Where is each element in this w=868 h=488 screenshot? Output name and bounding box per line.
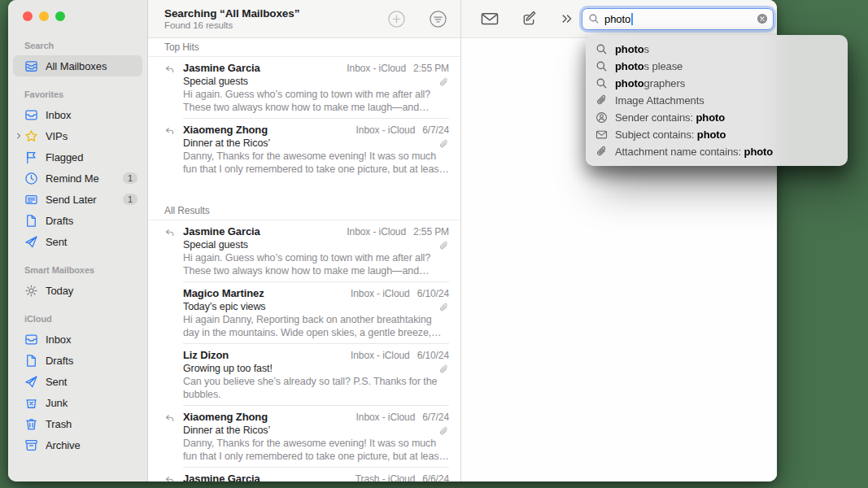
search-suggestion-item[interactable]: Sender contains: photo <box>586 109 848 126</box>
sidebar-item-label: Sent <box>46 376 137 388</box>
clock-icon <box>24 172 38 185</box>
sidebar-item-label: Inbox <box>46 333 137 346</box>
email-subject: Growing up too fast! <box>183 363 438 374</box>
email-date: 6/7/24 <box>422 124 449 136</box>
sidebar: Search All Mailboxes Favorites Inbox VIP… <box>8 0 148 481</box>
sidebar-item-label: Flagged <box>46 151 137 163</box>
search-suggestion-item[interactable]: photos please <box>586 58 848 75</box>
minimize-window-button[interactable] <box>39 11 49 21</box>
all-mailboxes-icon <box>24 59 38 73</box>
filter-button[interactable] <box>429 10 447 28</box>
email-list-item[interactable]: Xiaomeng Zhong Inbox - iCloud 6/7/24 Din… <box>148 406 460 468</box>
paperclip-icon <box>438 364 449 374</box>
sidebar-item-flagged[interactable]: Flagged <box>13 146 142 168</box>
email-subject: Special guests <box>183 239 438 251</box>
inbox-icon <box>24 333 38 346</box>
email-list-item[interactable]: Magico Martinez Inbox - iCloud 6/10/24 T… <box>148 282 460 344</box>
sidebar-section: Search All Mailboxes <box>8 41 147 76</box>
email-sender: Jasmine Garcia <box>183 62 347 74</box>
gear-icon <box>24 284 38 298</box>
email-subject: Dinner at the Ricos’ <box>183 425 438 436</box>
sidebar-section-label: iCloud <box>8 314 147 329</box>
sidebar-item-sent[interactable]: Sent <box>13 231 142 252</box>
sidebar-item-label: All Mailboxes <box>46 60 137 72</box>
reply-arrow-icon <box>164 473 176 481</box>
send-later-icon <box>24 193 38 207</box>
draft-icon <box>24 214 38 228</box>
count-badge: 1 <box>123 172 137 184</box>
sidebar-item-remind-me[interactable]: Remind Me 1 <box>13 168 142 189</box>
results-section-header: All Results <box>148 202 460 220</box>
trash-icon <box>24 417 38 431</box>
close-window-button[interactable] <box>23 11 33 21</box>
sidebar-item-today[interactable]: Today <box>13 280 142 301</box>
email-list-item[interactable]: Jasmine Garcia Inbox - iCloud 2:55 PM Sp… <box>148 57 460 119</box>
search-suggestion-item[interactable]: photographers <box>586 75 848 92</box>
email-list-item[interactable]: Xiaomeng Zhong Inbox - iCloud 6/7/24 Din… <box>148 119 460 181</box>
get-mail-button[interactable] <box>481 11 499 27</box>
sidebar-item-label: Drafts <box>46 355 137 367</box>
main-toolbar: photo <box>461 0 777 38</box>
junk-icon <box>24 396 38 410</box>
search-suggestion-item[interactable]: Subject contains: photo <box>586 126 848 143</box>
search-input[interactable]: photo <box>582 8 774 30</box>
search-suggestions-dropdown: photos photos please photographers Image… <box>586 35 848 166</box>
search-suggestion-item[interactable]: photos <box>586 41 848 58</box>
search-suggestion-item[interactable]: Attachment name contains: photo <box>586 143 848 160</box>
sidebar-section: Favorites Inbox VIPs Flagged Remind Me 1… <box>8 89 147 252</box>
sidebar-item-inbox[interactable]: Inbox <box>13 104 142 125</box>
sidebar-section-label: Search <box>8 41 147 55</box>
sidebar-item-label: Drafts <box>46 215 137 227</box>
email-mailbox-label: Inbox - iCloud <box>356 124 416 136</box>
email-subject: Dinner at the Ricos’ <box>183 137 438 149</box>
email-mailbox-label: Inbox - iCloud <box>356 412 416 423</box>
sidebar-item-label: Inbox <box>46 109 137 121</box>
sidebar-item-label: Sent <box>46 236 137 248</box>
chevron-right-icon[interactable] <box>13 132 24 140</box>
email-date: 6/10/24 <box>417 350 449 361</box>
sidebar-item-junk[interactable]: Junk <box>13 392 142 413</box>
sidebar-item-inbox[interactable]: Inbox <box>13 329 142 350</box>
email-mailbox-label: Inbox - iCloud <box>351 350 410 361</box>
sidebar-item-drafts[interactable]: Drafts <box>13 210 142 231</box>
search-icon <box>595 60 608 72</box>
paperclip-icon <box>595 146 608 158</box>
email-preview: Danny, Thanks for the awesome evening! I… <box>183 437 449 463</box>
email-subject: Today’s epic views <box>183 301 438 312</box>
sidebar-item-drafts[interactable]: Drafts <box>13 350 142 371</box>
email-preview: Hi again Danny, Reporting back on anothe… <box>183 313 449 339</box>
clear-search-button[interactable] <box>757 13 768 24</box>
email-list-item[interactable]: Jasmine Garcia Inbox - iCloud 2:55 PM Sp… <box>148 220 460 282</box>
sidebar-item-trash[interactable]: Trash <box>13 413 142 434</box>
email-preview: Hi again. Guess who’s coming to town wit… <box>183 88 449 114</box>
sidebar-item-sent[interactable]: Sent <box>13 371 142 392</box>
email-preview: Danny, Thanks for the awesome evening! I… <box>183 150 449 176</box>
sidebar-item-send-later[interactable]: Send Later 1 <box>13 189 142 210</box>
email-sender: Jasmine Garcia <box>183 473 355 481</box>
email-sender: Xiaomeng Zhong <box>183 411 356 423</box>
more-toolbar-items-button[interactable] <box>560 12 574 25</box>
sidebar-item-archive[interactable]: Archive <box>13 434 142 455</box>
reply-arrow-icon <box>164 411 176 463</box>
sent-icon <box>24 375 38 389</box>
email-subject: Special guests <box>183 76 438 87</box>
email-sender: Magico Martinez <box>183 287 351 299</box>
paperclip-icon <box>438 138 449 149</box>
search-results-pane: Searching “All Mailboxes” Found 16 resul… <box>148 0 461 481</box>
search-suggestion-item[interactable]: Image Attachments <box>586 92 848 109</box>
draft-icon <box>24 354 38 368</box>
zoom-window-button[interactable] <box>55 11 65 21</box>
results-header: Searching “All Mailboxes” Found 16 resul… <box>148 0 460 38</box>
email-preview: Can you believe she’s already so tall? P… <box>183 375 449 401</box>
paperclip-icon <box>595 94 608 107</box>
sidebar-section: Smart Mailboxes Today <box>8 265 147 301</box>
email-list-item[interactable]: Jasmine Garcia Trash - iCloud 6/6/24 <box>148 468 460 481</box>
search-query-text: photo <box>604 13 630 25</box>
email-date: 2:55 PM <box>413 226 449 237</box>
email-preview: Hi again. Guess who’s coming to town wit… <box>183 251 449 277</box>
add-search-token-button[interactable] <box>387 10 406 28</box>
sidebar-item-vips[interactable]: VIPs <box>13 125 142 146</box>
compose-button[interactable] <box>521 11 539 27</box>
sidebar-item-all-mailboxes[interactable]: All Mailboxes <box>13 55 142 76</box>
email-list-item[interactable]: Liz Dizon Inbox - iCloud 6/10/24 Growing… <box>148 344 460 406</box>
